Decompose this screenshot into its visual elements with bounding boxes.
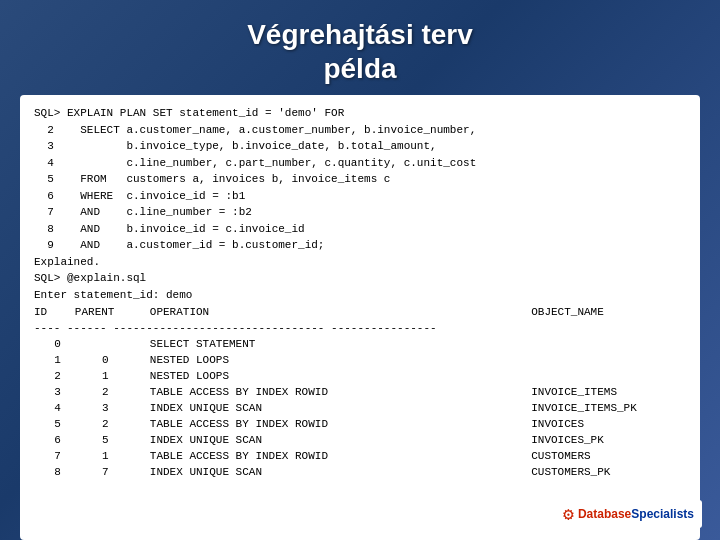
cell-object-name [531, 353, 686, 369]
sql-line: 5 FROM customers a, invoices b, invoice_… [34, 171, 686, 188]
cell-object-name: INVOICE_ITEMS_PK [531, 401, 686, 417]
table-header-row: ID PARENT OPERATION OBJECT_NAME [34, 305, 686, 321]
cell-parent: 1 [75, 369, 150, 385]
table-row: 32 TABLE ACCESS BY INDEX ROWIDINVOICE_IT… [34, 385, 686, 401]
cell-operation: INDEX UNIQUE SCAN [150, 433, 531, 449]
cell-id: 8 [34, 465, 75, 481]
cell-parent: 2 [75, 417, 150, 433]
sql-line: 4 c.line_number, c.part_number, c.quanti… [34, 155, 686, 172]
cell-object-name: INVOICES [531, 417, 686, 433]
cell-parent: 2 [75, 385, 150, 401]
cell-id: 1 [34, 353, 75, 369]
cell-parent: 0 [75, 353, 150, 369]
execution-plan-table: ID PARENT OPERATION OBJECT_NAME ---- ---… [34, 305, 686, 480]
cell-id: 5 [34, 417, 75, 433]
cell-operation: INDEX UNIQUE SCAN [150, 401, 531, 417]
title-area: Végrehajtási terv példa [247, 0, 473, 95]
enter-text: Enter statement_id: demo [34, 287, 686, 304]
cell-object-name: CUSTOMERS_PK [531, 465, 686, 481]
cell-operation: NESTED LOOPS [150, 353, 531, 369]
slide-container: Végrehajtási terv példa SQL> EXPLAIN PLA… [0, 0, 720, 540]
logo-text: DatabaseSpecialists [578, 507, 694, 521]
col-parent: PARENT [75, 305, 150, 321]
cell-operation: TABLE ACCESS BY INDEX ROWID [150, 449, 531, 465]
title-line1: Végrehajtási terv [247, 19, 473, 50]
cell-object-name: INVOICE_ITEMS [531, 385, 686, 401]
table-row: 10NESTED LOOPS [34, 353, 686, 369]
cell-id: 7 [34, 449, 75, 465]
col-id: ID [34, 305, 75, 321]
cell-operation: NESTED LOOPS [150, 369, 531, 385]
sql-line: 6 WHERE c.invoice_id = :b1 [34, 188, 686, 205]
table-row: 71 TABLE ACCESS BY INDEX ROWIDCUSTOMERS [34, 449, 686, 465]
table-row: 21 NESTED LOOPS [34, 369, 686, 385]
logo-blue-text: Specialists [631, 507, 694, 521]
cell-parent: 3 [75, 401, 150, 417]
sql-line: 3 b.invoice_type, b.invoice_date, b.tota… [34, 138, 686, 155]
sql-line: 7 AND c.line_number = :b2 [34, 204, 686, 221]
cell-id: 2 [34, 369, 75, 385]
cell-operation: INDEX UNIQUE SCAN [150, 465, 531, 481]
cell-id: 0 [34, 337, 75, 353]
cell-object-name [531, 337, 686, 353]
table-row: 52 TABLE ACCESS BY INDEX ROWIDINVOICES [34, 417, 686, 433]
table-row: 65 INDEX UNIQUE SCANINVOICES_PK [34, 433, 686, 449]
sql-line: 8 AND b.invoice_id = c.invoice_id [34, 221, 686, 238]
separator-line: ---- ------ ----------------------------… [34, 321, 686, 337]
cell-id: 6 [34, 433, 75, 449]
cell-operation: TABLE ACCESS BY INDEX ROWID [150, 385, 531, 401]
cell-operation: SELECT STATEMENT [150, 337, 531, 353]
cell-parent: 5 [75, 433, 150, 449]
sql-line: 2 SELECT a.customer_name, a.customer_num… [34, 122, 686, 139]
table-row: 87 INDEX UNIQUE SCANCUSTOMERS_PK [34, 465, 686, 481]
sql-line: 9 AND a.customer_id = b.customer_id; [34, 237, 686, 254]
col-operation: OPERATION [150, 305, 531, 321]
logo-area: ⚙ DatabaseSpecialists [555, 500, 702, 528]
cell-object-name: INVOICES_PK [531, 433, 686, 449]
explain-sql: SQL> @explain.sql [34, 270, 686, 287]
slide-title: Végrehajtási terv példa [247, 18, 473, 85]
col-object-name: OBJECT_NAME [531, 305, 686, 321]
cell-id: 4 [34, 401, 75, 417]
sql-query-block: SQL> EXPLAIN PLAN SET statement_id = 'de… [34, 105, 686, 254]
cell-parent [75, 337, 150, 353]
table-row: 0SELECT STATEMENT [34, 337, 686, 353]
cell-parent: 7 [75, 465, 150, 481]
content-area: SQL> EXPLAIN PLAN SET statement_id = 'de… [20, 95, 700, 540]
cell-id: 3 [34, 385, 75, 401]
explained-text: Explained. [34, 254, 686, 271]
table-row: 43 INDEX UNIQUE SCANINVOICE_ITEMS_PK [34, 401, 686, 417]
logo-red-text: Database [578, 507, 631, 521]
separator-row: ---- ------ ----------------------------… [34, 321, 686, 337]
cell-parent: 1 [75, 449, 150, 465]
cell-object-name [531, 369, 686, 385]
cell-operation: TABLE ACCESS BY INDEX ROWID [150, 417, 531, 433]
logo-icon: ⚙ [563, 503, 574, 525]
sql-line: SQL> EXPLAIN PLAN SET statement_id = 'de… [34, 105, 686, 122]
cell-object-name: CUSTOMERS [531, 449, 686, 465]
title-line2: példa [323, 53, 396, 84]
